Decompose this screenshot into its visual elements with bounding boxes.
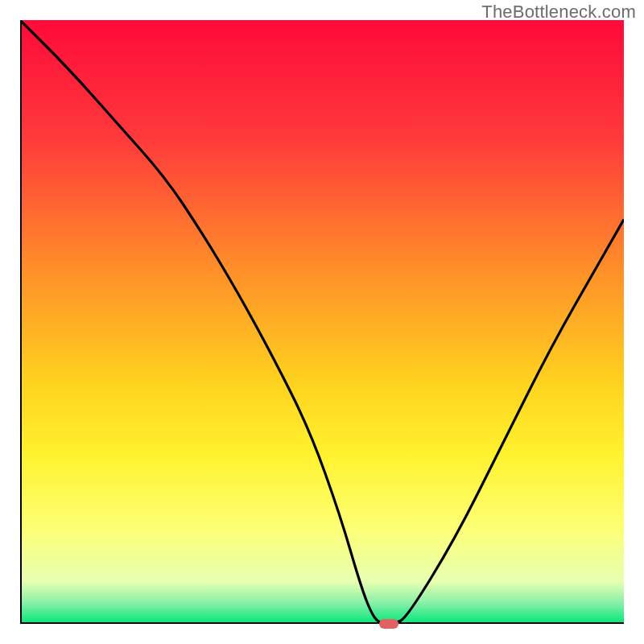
gradient-background [20, 20, 624, 624]
optimal-marker [379, 619, 398, 628]
plot-area [20, 20, 624, 624]
bottleneck-chart [20, 20, 624, 624]
chart-container: TheBottleneck.com [0, 0, 644, 644]
